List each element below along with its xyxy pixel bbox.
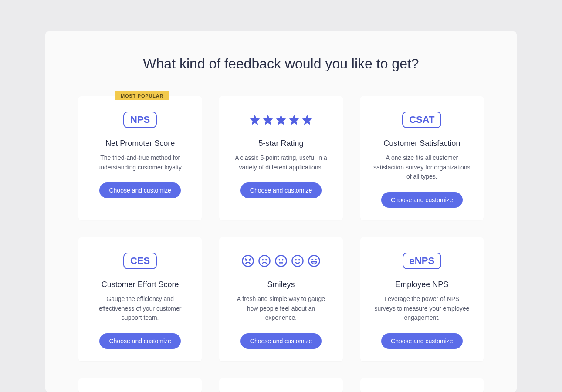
card-description: A one size fits all customer satisfactio… [371,153,473,182]
card-ces: CES Customer Effort Score Gauge the effi… [78,237,202,361]
card-nps: MOST POPULAR NPS Net Promoter Score The … [78,96,202,220]
svg-point-13 [308,256,319,267]
svg-point-8 [282,260,283,260]
laughing-face-icon [308,254,321,267]
choose-button-5star[interactable]: Choose and customize [240,182,322,198]
neutral-face-icon [274,254,288,267]
choose-button-csat[interactable]: Choose and customize [381,192,462,208]
stars-icon [249,114,313,126]
star-icon [301,114,313,126]
card-description: A fresh and simple way to gauge how peop… [230,294,332,323]
angry-face-icon [241,254,254,267]
svg-point-10 [292,256,303,267]
svg-point-4 [263,260,263,260]
choose-button-ces[interactable]: Choose and customize [99,333,180,349]
choose-button-nps[interactable]: Choose and customize [99,182,180,198]
card-peek [360,378,484,392]
card-peek [219,378,342,392]
card-smileys: Smileys A fresh and simple way to gauge … [219,237,342,361]
nps-pill-icon: NPS [123,112,157,128]
most-popular-badge: MOST POPULAR [115,91,169,100]
card-icon: eNPS [371,251,473,270]
card-title: Customer Effort Score [89,280,191,289]
happy-face-icon [291,254,304,267]
card-title: Customer Satisfaction [371,139,473,148]
choose-button-enps[interactable]: Choose and customize [381,333,462,349]
card-csat: CSAT Customer Satisfaction A one size fi… [360,96,484,220]
star-icon [249,114,261,126]
svg-point-3 [259,256,270,267]
svg-point-2 [249,260,250,260]
main-panel: What kind of feedback would you like to … [45,31,517,392]
card-icon: NPS [89,110,191,129]
star-icon [262,114,274,126]
card-peek [78,378,202,392]
choose-button-smileys[interactable]: Choose and customize [240,333,322,349]
card-description: Leverage the power of NPS surveys to mea… [371,294,473,323]
cards-grid: MOST POPULAR NPS Net Promoter Score The … [78,96,484,392]
card-icon [230,110,332,129]
enps-pill-icon: eNPS [403,253,441,269]
card-icon: CES [89,251,191,270]
star-icon [288,114,300,126]
card-title: Net Promoter Score [89,139,191,148]
page-title: What kind of feedback would you like to … [78,56,484,72]
card-description: Gauge the efficiency and effectiveness o… [89,294,191,323]
smileys-icon [241,254,321,267]
svg-point-12 [299,260,299,260]
card-icon: CSAT [371,110,473,129]
card-enps: eNPS Employee NPS Leverage the power of … [360,237,484,361]
csat-pill-icon: CSAT [402,112,441,128]
svg-point-1 [246,260,247,260]
card-title: 5-star Rating [230,139,332,148]
card-description: The tried-and-true method for understand… [89,153,191,172]
card-icon [230,251,332,270]
svg-point-7 [279,260,280,260]
svg-point-6 [275,256,286,267]
card-5star: 5-star Rating A classic 5-point rating, … [219,96,342,220]
ces-pill-icon: CES [123,253,157,269]
card-description: A classic 5-point rating, useful in a va… [230,153,332,172]
star-icon [275,114,287,126]
sad-face-icon [258,254,271,267]
svg-point-11 [296,260,296,260]
card-title: Employee NPS [371,280,473,289]
card-title: Smileys [230,280,332,289]
svg-point-0 [242,256,253,267]
svg-point-5 [266,260,266,260]
